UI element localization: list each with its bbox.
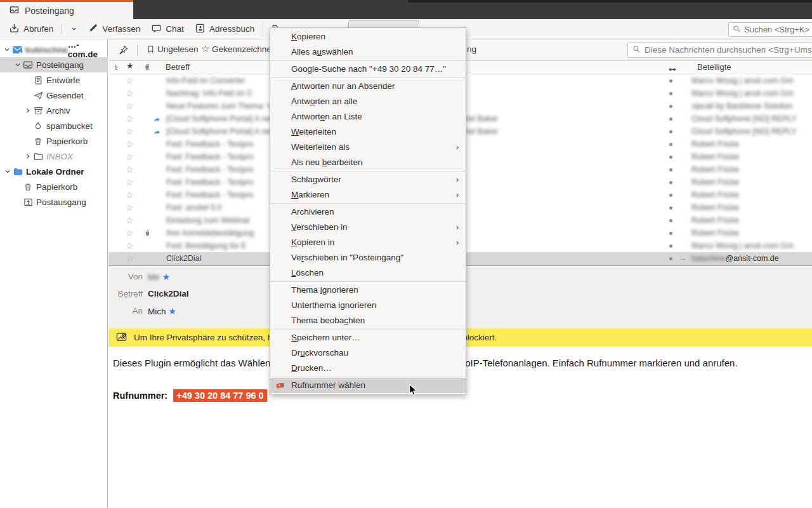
sidebar-account[interactable]: kubischne…-com.de [0,42,108,57]
sidebar-folder-inbox[interactable]: INBOX [0,149,108,164]
row-star-icon[interactable]: ☆ [126,176,134,189]
row-star-icon[interactable]: ☆ [126,150,134,163]
folder-label: Posteingang [36,60,84,70]
contact-star-icon[interactable]: ★ [168,306,176,316]
sidebar-folder-entwürfe[interactable]: Entwürfe [0,72,108,88]
read-status-dot[interactable] [669,92,672,95]
sidebar-folder-lokale-ordner[interactable]: Lokale Ordner [0,164,108,179]
menu-item-thema-beobachten[interactable]: Thema beobachten [270,313,466,328]
menu-item-alles-auswählen[interactable]: Alles auswählen [270,44,466,60]
row-star-icon[interactable]: ☆ [126,239,134,252]
sidebar-folder-gesendet[interactable]: Gesendet [0,88,108,103]
write-button[interactable]: Verfassen [86,21,143,37]
menu-item-weiterleiten[interactable]: Weiterleiten [270,124,466,140]
menu-item-antworten-an-liste[interactable]: Antworten an Liste [270,109,466,124]
chevron-right-icon[interactable] [23,152,32,160]
global-search-field[interactable]: Suchen <Strg+K> [728,22,812,37]
thread-column-icon[interactable] [114,64,121,73]
participants-column-icon[interactable] [668,65,678,74]
read-status-dot[interactable] [669,181,672,184]
menu-item-antworten-nur-an-absender[interactable]: Antworten nur an Absender [270,79,466,94]
sidebar-folder-archiv[interactable]: Archiv [0,103,108,118]
read-status-dot[interactable] [669,79,672,83]
menu-item-antworten-an-alle[interactable]: Antworten an alle [270,94,466,109]
read-status-dot[interactable] [669,232,672,235]
read-status-dot[interactable] [669,130,672,133]
row-star-icon[interactable]: ☆ [126,138,134,150]
menu-item-label: Als neu bearbeiten [291,157,363,167]
menu-item-schlagwörter[interactable]: Schlagwörter› [270,172,466,187]
column-subject[interactable]: Betreff [166,62,190,72]
tab-title: Posteingang [25,6,74,16]
row-star-icon[interactable]: ☆ [126,87,134,100]
read-status-dot[interactable] [669,105,672,108]
get-mail-dropdown[interactable] [68,23,80,34]
chevron-down-icon[interactable] [3,168,11,175]
read-status-dot[interactable] [669,206,672,210]
read-status-dot[interactable] [669,168,672,171]
row-subject: Fwd: Feedback - Testpro [166,138,253,150]
menu-item-speichern-unter[interactable]: Speichern unter… [270,330,466,345]
filter-attachment-button-partial[interactable]: ng [467,44,476,54]
menu-item-unterthema-ignorieren[interactable]: Unterthema ignorieren [270,298,466,313]
menu-item-kopieren[interactable]: Kopieren [270,29,466,44]
phone-number-line: Rufnummer: +49 30 20 84 77 96 0 [113,389,267,402]
sidebar-folder-posteingang[interactable]: Posteingang [0,57,108,72]
menu-item-verschieben-in[interactable]: Verschieben in› [270,220,466,235]
get-mail-button[interactable]: Abrufen [6,21,56,37]
row-star-icon[interactable]: ☆ [126,227,134,239]
row-star-icon[interactable]: ☆ [126,214,134,227]
menu-item-verschieben-in-posteingang[interactable]: Verschieben in "Posteingang" [270,250,466,265]
row-subject: Fwd: Bestätigung für E [166,239,246,252]
phone-number-selected[interactable]: +49 30 20 84 77 96 0 [173,389,266,402]
sidebar-folder-papierkorb[interactable]: Papierkorb [0,133,108,149]
read-status-dot[interactable] [669,194,672,197]
tab-posteingang[interactable]: Posteingang [0,0,133,19]
menu-item-löschen[interactable]: Löschen [270,265,466,281]
menu-item-thema-ignorieren[interactable]: Thema ignorieren [270,283,466,298]
row-star-icon[interactable]: ☆ [126,163,134,176]
menu-item-weiterleiten-als[interactable]: Weiterleiten als› [270,140,466,155]
read-status-dot[interactable] [669,117,672,121]
row-star-icon[interactable]: ☆ [126,189,134,201]
chevron-right-icon[interactable] [23,107,32,114]
folder-pane: kubischne…-com.de PosteingangEntwürfeGes… [0,39,108,508]
attachment-column-icon[interactable] [143,63,151,74]
menu-item-markieren[interactable]: Markieren› [270,187,466,203]
read-status-dot[interactable] [669,156,672,159]
addressbook-button[interactable]: Adressbuch [192,21,257,37]
row-star-icon[interactable]: ☆ [126,74,134,87]
chevron-down-icon[interactable] [3,46,11,53]
pin-icon[interactable] [119,45,128,57]
row-star-icon[interactable]: ☆ [126,252,134,265]
contact-star-icon[interactable]: ★ [162,272,171,282]
filter-separator [137,44,138,56]
menu-item-als-neu-bearbeiten[interactable]: Als neu bearbeiten [270,155,466,170]
read-status-dot[interactable] [669,219,672,222]
row-star-icon[interactable]: ☆ [126,201,134,214]
row-star-icon[interactable]: ☆ [126,125,134,138]
star-column-icon[interactable]: ★ [126,61,134,70]
menu-item-label: Kopieren in [291,237,334,247]
menu-item-kopieren-in[interactable]: Kopieren in› [270,235,466,250]
menu-item-druckvorschau[interactable]: Druckvorschau [270,345,466,361]
sidebar-folder-papierkorb[interactable]: Papierkorb [0,179,108,194]
read-status-dot[interactable] [669,257,672,260]
sidebar-folder-postausgang[interactable]: Postausgang [0,194,108,210]
row-star-icon[interactable]: ☆ [126,112,134,125]
filter-unread-button[interactable]: Ungelesen [157,44,199,54]
sidebar-folder-spambucket[interactable]: spambucket [0,118,108,133]
chat-button[interactable]: Chat [148,21,187,37]
menu-item-archivieren[interactable]: Archivieren [270,204,466,220]
menu-item-drucken[interactable]: Drucken… [270,361,466,376]
read-status-dot[interactable] [669,143,672,146]
menu-item-google-suche-nach-49-30-20-84-77[interactable]: Google-Suche nach "+49 30 20 84 77…" [270,62,466,77]
thread-search-field[interactable]: Diese Nachrichten durchsuchen <Strg+Umsc… [627,42,812,58]
chevron-down-icon[interactable] [13,61,22,69]
menu-item-label: Archivieren [291,207,334,217]
filter-starred-button[interactable]: Gekennzeichnet [212,44,274,54]
row-star-icon[interactable]: ☆ [126,100,134,112]
menu-item-rufnummer-wählen[interactable]: Rufnummer wählen [270,378,466,393]
read-status-dot[interactable] [669,244,672,248]
column-participants[interactable]: Beteiligte [697,62,731,72]
